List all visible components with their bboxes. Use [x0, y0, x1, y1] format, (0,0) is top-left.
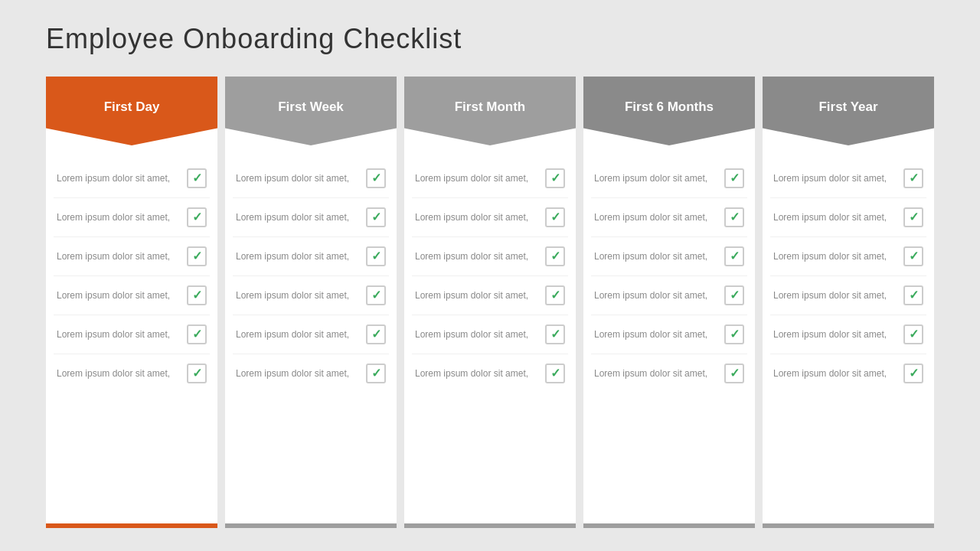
column-body-first-week: Lorem ipsum dolor sit amet,✓Lorem ipsum … [225, 145, 397, 523]
check-box[interactable]: ✓ [903, 324, 923, 344]
item-text: Lorem ipsum dolor sit amet, [236, 250, 360, 263]
column-body-first-6-months: Lorem ipsum dolor sit amet,✓Lorem ipsum … [583, 145, 755, 523]
column-header-first-6-months: First 6 Months [583, 77, 755, 145]
column-body-first-month: Lorem ipsum dolor sit amet,✓Lorem ipsum … [404, 145, 576, 523]
list-item: Lorem ipsum dolor sit amet,✓ [233, 159, 389, 198]
check-box[interactable]: ✓ [545, 364, 565, 383]
check-box[interactable]: ✓ [366, 364, 386, 383]
check-box[interactable]: ✓ [366, 246, 386, 266]
item-text: Lorem ipsum dolor sit amet, [57, 328, 181, 341]
list-item: Lorem ipsum dolor sit amet,✓ [412, 198, 568, 237]
check-box[interactable]: ✓ [724, 324, 744, 344]
checkmark-icon: ✓ [909, 211, 919, 223]
check-box[interactable]: ✓ [903, 364, 923, 383]
checkmark-icon: ✓ [730, 211, 740, 223]
check-box[interactable]: ✓ [903, 285, 923, 305]
column-footer-first-month [404, 523, 576, 528]
list-item: Lorem ipsum dolor sit amet,✓ [233, 315, 389, 354]
check-box[interactable]: ✓ [366, 168, 386, 188]
check-box[interactable]: ✓ [187, 364, 207, 383]
item-text: Lorem ipsum dolor sit amet, [415, 211, 539, 224]
check-box[interactable]: ✓ [545, 324, 565, 344]
check-box[interactable]: ✓ [903, 168, 923, 188]
item-text: Lorem ipsum dolor sit amet, [57, 211, 181, 224]
checkmark-icon: ✓ [550, 367, 560, 380]
list-item: Lorem ipsum dolor sit amet,✓ [770, 354, 926, 393]
item-text: Lorem ipsum dolor sit amet, [594, 289, 718, 302]
check-box[interactable]: ✓ [366, 207, 386, 227]
check-box[interactable]: ✓ [187, 285, 207, 305]
check-box[interactable]: ✓ [903, 207, 923, 227]
item-text: Lorem ipsum dolor sit amet, [415, 328, 539, 341]
checkmark-icon: ✓ [371, 172, 381, 184]
check-box[interactable]: ✓ [724, 364, 744, 383]
item-text: Lorem ipsum dolor sit amet, [773, 328, 897, 341]
column-first-day: First DayLorem ipsum dolor sit amet,✓Lor… [46, 77, 217, 528]
list-item: Lorem ipsum dolor sit amet,✓ [591, 354, 747, 393]
checkmark-icon: ✓ [730, 289, 740, 302]
checkmark-icon: ✓ [909, 172, 919, 184]
checkmark-icon: ✓ [550, 250, 560, 262]
list-item: Lorem ipsum dolor sit amet,✓ [233, 276, 389, 315]
list-item: Lorem ipsum dolor sit amet,✓ [591, 237, 747, 276]
check-box[interactable]: ✓ [545, 207, 565, 227]
page-title: Employee Onboarding Checklist [46, 23, 934, 55]
checkmark-icon: ✓ [730, 328, 740, 341]
item-text: Lorem ipsum dolor sit amet, [773, 172, 897, 185]
checkmark-icon: ✓ [909, 250, 919, 262]
check-box[interactable]: ✓ [903, 246, 923, 266]
check-box[interactable]: ✓ [187, 246, 207, 266]
list-item: Lorem ipsum dolor sit amet,✓ [412, 315, 568, 354]
column-footer-first-6-months [583, 523, 755, 528]
list-item: Lorem ipsum dolor sit amet,✓ [54, 198, 210, 237]
check-box[interactable]: ✓ [187, 168, 207, 188]
list-item: Lorem ipsum dolor sit amet,✓ [233, 354, 389, 393]
check-box[interactable]: ✓ [366, 324, 386, 344]
checkmark-icon: ✓ [192, 328, 202, 341]
checkmark-icon: ✓ [371, 250, 381, 262]
item-text: Lorem ipsum dolor sit amet, [594, 172, 718, 185]
check-box[interactable]: ✓ [545, 246, 565, 266]
item-text: Lorem ipsum dolor sit amet, [236, 172, 360, 185]
checkmark-icon: ✓ [909, 328, 919, 341]
checkmark-icon: ✓ [192, 211, 202, 223]
item-text: Lorem ipsum dolor sit amet, [57, 289, 181, 302]
column-body-first-day: Lorem ipsum dolor sit amet,✓Lorem ipsum … [46, 145, 217, 523]
item-text: Lorem ipsum dolor sit amet, [415, 250, 539, 263]
checkmark-icon: ✓ [371, 289, 381, 302]
column-first-6-months: First 6 MonthsLorem ipsum dolor sit amet… [583, 77, 755, 528]
check-box[interactable]: ✓ [724, 207, 744, 227]
check-box[interactable]: ✓ [545, 285, 565, 305]
column-header-first-year: First Year [763, 77, 934, 145]
check-box[interactable]: ✓ [366, 285, 386, 305]
checkmark-icon: ✓ [550, 211, 560, 223]
item-text: Lorem ipsum dolor sit amet, [594, 367, 718, 380]
list-item: Lorem ipsum dolor sit amet,✓ [770, 237, 926, 276]
check-box[interactable]: ✓ [724, 285, 744, 305]
list-item: Lorem ipsum dolor sit amet,✓ [54, 354, 210, 393]
list-item: Lorem ipsum dolor sit amet,✓ [233, 237, 389, 276]
list-item: Lorem ipsum dolor sit amet,✓ [54, 315, 210, 354]
checkmark-icon: ✓ [909, 367, 919, 380]
list-item: Lorem ipsum dolor sit amet,✓ [770, 315, 926, 354]
check-box[interactable]: ✓ [724, 246, 744, 266]
column-body-first-year: Lorem ipsum dolor sit amet,✓Lorem ipsum … [763, 145, 934, 523]
item-text: Lorem ipsum dolor sit amet, [57, 250, 181, 263]
list-item: Lorem ipsum dolor sit amet,✓ [54, 276, 210, 315]
list-item: Lorem ipsum dolor sit amet,✓ [233, 198, 389, 237]
item-text: Lorem ipsum dolor sit amet, [773, 289, 897, 302]
column-footer-first-week [225, 523, 397, 528]
check-box[interactable]: ✓ [545, 168, 565, 188]
list-item: Lorem ipsum dolor sit amet,✓ [591, 198, 747, 237]
list-item: Lorem ipsum dolor sit amet,✓ [591, 276, 747, 315]
check-box[interactable]: ✓ [724, 168, 744, 188]
check-box[interactable]: ✓ [187, 207, 207, 227]
list-item: Lorem ipsum dolor sit amet,✓ [591, 159, 747, 198]
item-text: Lorem ipsum dolor sit amet, [773, 367, 897, 380]
checklist-container: First DayLorem ipsum dolor sit amet,✓Lor… [46, 77, 934, 528]
checkmark-icon: ✓ [371, 211, 381, 223]
check-box[interactable]: ✓ [187, 324, 207, 344]
item-text: Lorem ipsum dolor sit amet, [594, 328, 718, 341]
column-footer-first-day [46, 523, 217, 528]
checkmark-icon: ✓ [909, 289, 919, 302]
